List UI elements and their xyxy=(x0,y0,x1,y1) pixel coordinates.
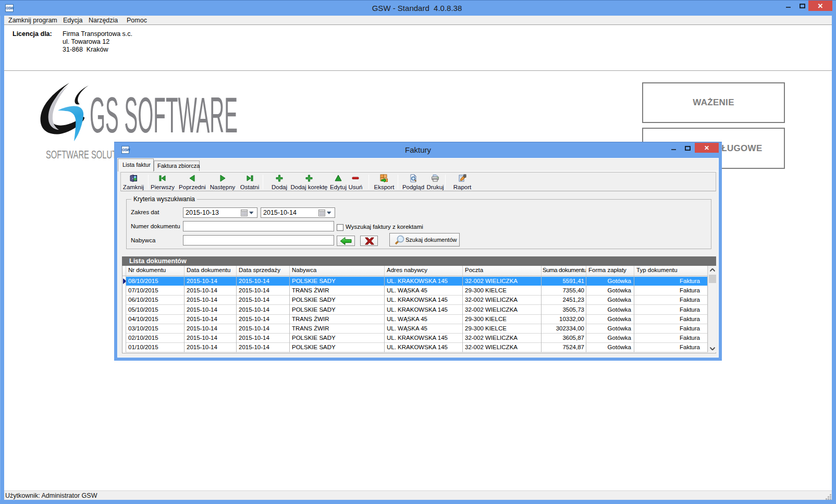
svg-text:GS SOFTWARE: GS SOFTWARE xyxy=(90,95,238,136)
